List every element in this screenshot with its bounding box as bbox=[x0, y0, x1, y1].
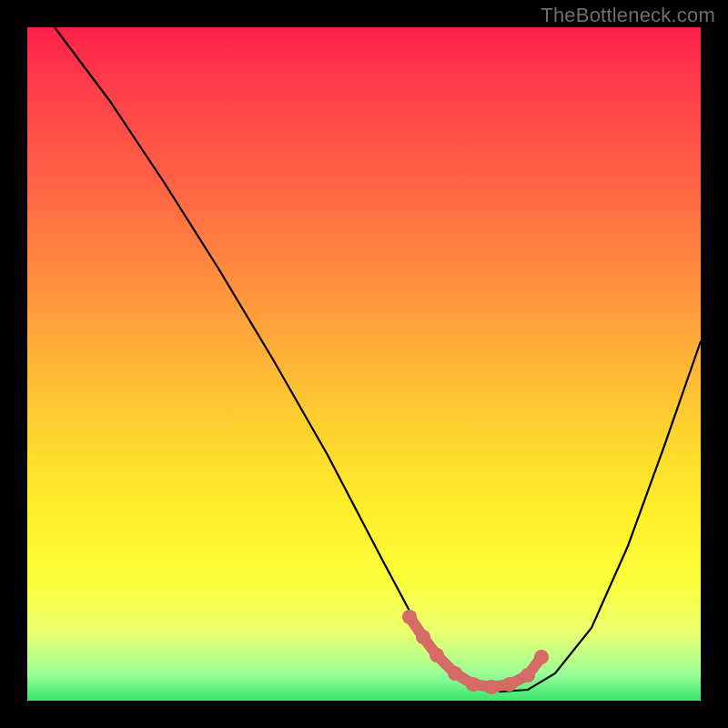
highlight-dot bbox=[402, 610, 417, 624]
highlight-dot bbox=[430, 648, 444, 662]
highlight-dot bbox=[484, 680, 499, 694]
highlight-dot bbox=[534, 650, 549, 664]
highlight-dot bbox=[448, 666, 462, 681]
highlight-dot bbox=[521, 668, 535, 682]
chart-svg bbox=[27, 27, 701, 701]
highlight-dot bbox=[502, 677, 517, 692]
curve-line bbox=[55, 27, 701, 692]
highlight-dot bbox=[466, 677, 480, 692]
highlight-dot bbox=[416, 630, 430, 644]
watermark-text: TheBottleneck.com bbox=[541, 4, 715, 27]
chart-frame: TheBottleneck.com bbox=[0, 0, 728, 728]
highlight-markers bbox=[402, 610, 549, 694]
plot-area bbox=[27, 27, 701, 701]
